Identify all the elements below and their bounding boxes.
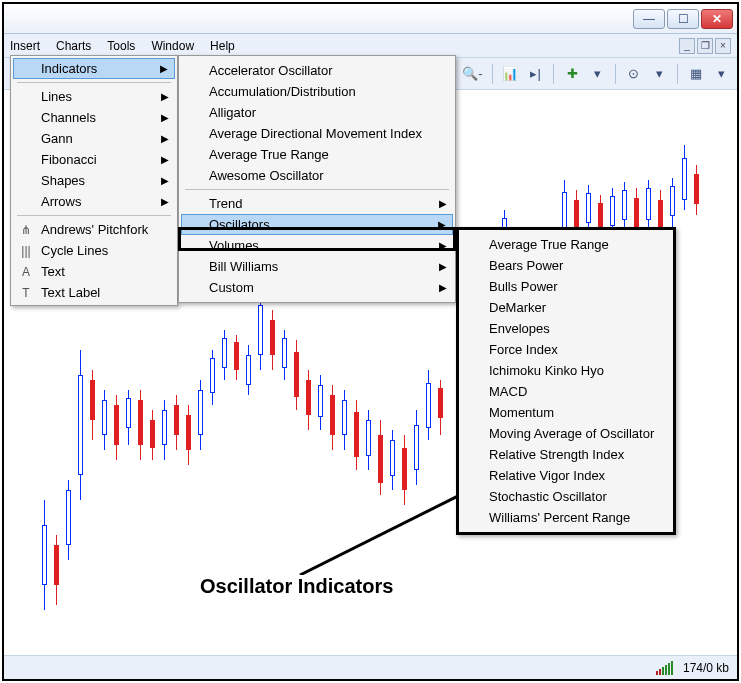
menu-item-label: Gann <box>41 131 73 146</box>
menu-item-trend[interactable]: Trend▶ <box>181 193 453 214</box>
menu-item-pitchfork[interactable]: ⋔ Andrews' Pitchfork <box>13 219 175 240</box>
menu-item-shapes[interactable]: Shapes ▶ <box>13 170 175 191</box>
menu-item-bill-williams[interactable]: Bill Williams▶ <box>181 256 453 277</box>
menu-item-label: Indicators <box>41 61 97 76</box>
menu-item-osc-demarker[interactable]: DeMarker <box>461 297 671 318</box>
menu-item-label: Ichimoku Kinko Hyo <box>489 363 604 378</box>
menu-item-label: Momentum <box>489 405 554 420</box>
menu-item-label: Oscillators <box>209 217 270 232</box>
menu-item-label: DeMarker <box>489 300 546 315</box>
periods-icon[interactable]: ⊙ <box>624 63 644 85</box>
minimize-button[interactable]: — <box>633 9 665 29</box>
menu-item-label: MACD <box>489 384 527 399</box>
dropdown3-icon[interactable]: ▾ <box>712 63 732 85</box>
menu-item-label: Relative Vigor Index <box>489 468 605 483</box>
menu-item-label: Average Directional Movement Index <box>209 126 422 141</box>
menu-item-label: Stochastic Oscillator <box>489 489 607 504</box>
close-button[interactable]: ✕ <box>701 9 733 29</box>
menu-item-osc-wpr[interactable]: Williams' Percent Range <box>461 507 671 528</box>
menu-item-awesome[interactable]: Awesome Oscillator <box>181 165 453 186</box>
menu-item-lines[interactable]: Lines ▶ <box>13 86 175 107</box>
menu-item-cycle-lines[interactable]: ||| Cycle Lines <box>13 240 175 261</box>
menu-item-label: Bill Williams <box>209 259 278 274</box>
menu-item-osc-envelopes[interactable]: Envelopes <box>461 318 671 339</box>
menu-item-volumes[interactable]: Volumes▶ <box>181 235 453 256</box>
oscillators-submenu: Average True Range Bears Power Bulls Pow… <box>456 227 676 535</box>
submenu-arrow-icon: ▶ <box>161 196 169 207</box>
chart-shift-icon[interactable]: ▸| <box>526 63 546 85</box>
menu-item-label: Shapes <box>41 173 85 188</box>
statusbar: 174/0 kb <box>4 655 737 679</box>
menu-item-osc-bulls[interactable]: Bulls Power <box>461 276 671 297</box>
menu-item-label: Awesome Oscillator <box>209 168 324 183</box>
indicators-icon[interactable]: ✚ <box>562 63 582 85</box>
chart-type-icon[interactable]: 📊 <box>500 63 520 85</box>
menu-item-label: Cycle Lines <box>41 243 108 258</box>
menu-item-text[interactable]: A Text <box>13 261 175 282</box>
submenu-arrow-icon: ▶ <box>161 154 169 165</box>
menu-item-osc-rvi[interactable]: Relative Vigor Index <box>461 465 671 486</box>
menu-item-accelerator[interactable]: Accelerator Oscillator <box>181 60 453 81</box>
menu-insert[interactable]: Insert <box>10 39 40 53</box>
menu-item-alligator[interactable]: Alligator <box>181 102 453 123</box>
menu-item-osc-stochastic[interactable]: Stochastic Oscillator <box>461 486 671 507</box>
maximize-button[interactable]: ☐ <box>667 9 699 29</box>
menu-item-label: Force Index <box>489 342 558 357</box>
menu-item-atr[interactable]: Average True Range <box>181 144 453 165</box>
submenu-arrow-icon: ▶ <box>439 240 447 251</box>
menu-charts[interactable]: Charts <box>56 39 91 53</box>
menu-item-label: Text Label <box>41 285 100 300</box>
menu-item-osc-macd[interactable]: MACD <box>461 381 671 402</box>
callout-label: Oscillator Indicators <box>200 575 393 598</box>
menu-item-osc-ichimoku[interactable]: Ichimoku Kinko Hyo <box>461 360 671 381</box>
menu-item-osc-mao[interactable]: Moving Average of Oscillator <box>461 423 671 444</box>
submenu-arrow-icon: ▶ <box>438 219 446 230</box>
text-icon: A <box>17 265 35 279</box>
submenu-arrow-icon: ▶ <box>439 261 447 272</box>
menu-help[interactable]: Help <box>210 39 235 53</box>
menu-item-adx[interactable]: Average Directional Movement Index <box>181 123 453 144</box>
menu-item-osc-rsi[interactable]: Relative Strength Index <box>461 444 671 465</box>
menu-item-label: Channels <box>41 110 96 125</box>
dropdown-icon[interactable]: ▾ <box>588 63 608 85</box>
menu-item-oscillators[interactable]: Oscillators▶ <box>181 214 453 235</box>
menu-tools[interactable]: Tools <box>107 39 135 53</box>
menu-item-text-label[interactable]: T Text Label <box>13 282 175 303</box>
child-restore-button[interactable]: ❐ <box>697 38 713 54</box>
connection-signal-icon <box>656 661 673 675</box>
svg-line-0 <box>300 495 460 575</box>
menu-item-label: Average True Range <box>209 147 329 162</box>
templates-icon[interactable]: ▦ <box>686 63 706 85</box>
menu-item-custom[interactable]: Custom▶ <box>181 277 453 298</box>
menu-item-label: Bulls Power <box>489 279 558 294</box>
menu-item-channels[interactable]: Channels ▶ <box>13 107 175 128</box>
menu-item-label: Lines <box>41 89 72 104</box>
child-close-button[interactable]: × <box>715 38 731 54</box>
menu-item-fibonacci[interactable]: Fibonacci ▶ <box>13 149 175 170</box>
menu-window[interactable]: Window <box>151 39 194 53</box>
menu-item-label: Williams' Percent Range <box>489 510 630 525</box>
submenu-arrow-icon: ▶ <box>439 198 447 209</box>
menu-item-accumulation[interactable]: Accumulation/Distribution <box>181 81 453 102</box>
zoom-out-icon[interactable]: 🔍- <box>462 63 484 85</box>
menu-item-label: Arrows <box>41 194 81 209</box>
titlebar: — ☐ ✕ <box>4 4 737 34</box>
submenu-arrow-icon: ▶ <box>161 133 169 144</box>
menu-item-osc-momentum[interactable]: Momentum <box>461 402 671 423</box>
menu-item-label: Andrews' Pitchfork <box>41 222 148 237</box>
dropdown2-icon[interactable]: ▾ <box>650 63 670 85</box>
menu-item-osc-force[interactable]: Force Index <box>461 339 671 360</box>
menu-item-label: Moving Average of Oscillator <box>489 426 654 441</box>
menu-item-label: Accumulation/Distribution <box>209 84 356 99</box>
menu-item-label: Fibonacci <box>41 152 97 167</box>
child-minimize-button[interactable]: _ <box>679 38 695 54</box>
menu-item-indicators[interactable]: Indicators ▶ <box>13 58 175 79</box>
menu-item-gann[interactable]: Gann ▶ <box>13 128 175 149</box>
menu-item-label: Volumes <box>209 238 259 253</box>
menu-item-label: Alligator <box>209 105 256 120</box>
menu-item-osc-bears[interactable]: Bears Power <box>461 255 671 276</box>
menu-item-osc-atr[interactable]: Average True Range <box>461 234 671 255</box>
menu-item-arrows[interactable]: Arrows ▶ <box>13 191 175 212</box>
menu-item-label: Relative Strength Index <box>489 447 624 462</box>
submenu-arrow-icon: ▶ <box>161 175 169 186</box>
